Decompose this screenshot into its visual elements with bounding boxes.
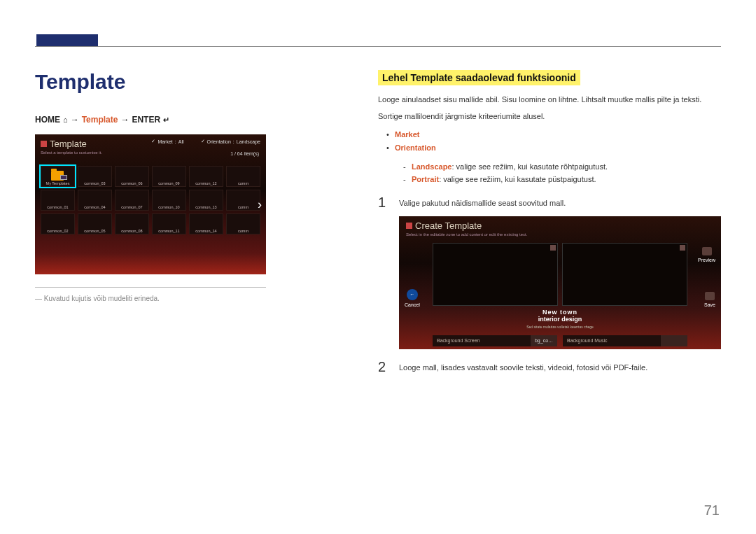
- template-cell[interactable]: common_02: [41, 213, 75, 234]
- template-cell[interactable]: comm: [226, 166, 260, 187]
- step-2: 2 Looge mall, lisades vastavalt soovile …: [378, 359, 721, 375]
- footnote-dash: ―: [35, 295, 42, 302]
- template-cell[interactable]: comm: [226, 190, 260, 211]
- sub-portrait: Portrait: valige see režiim, kui kasutat…: [403, 173, 721, 186]
- home-icon: ⌂: [63, 115, 68, 124]
- check-icon: ✓: [201, 139, 205, 144]
- content-slot-1[interactable]: [433, 243, 558, 306]
- bullet-market: Market: [386, 128, 721, 141]
- caption-line3: Sed sitate molattas volletak kewntas che…: [399, 325, 721, 329]
- preview-icon: [702, 247, 712, 255]
- cell-label: common_05: [78, 229, 111, 233]
- sub-bullet-list: Landscape: valige see režiim, kui kasuta…: [403, 160, 721, 186]
- template-panel: Template Select a template to customise …: [35, 134, 266, 274]
- template-cell[interactable]: common_07: [115, 190, 149, 211]
- template-cell[interactable]: common_11: [152, 213, 186, 234]
- breadcrumb-enter: ENTER: [132, 115, 160, 125]
- footnote-text: Kuvatud kujutis võib mudeliti erineda.: [44, 295, 160, 302]
- cell-label: comm: [227, 229, 260, 233]
- create-panel-title: Create Template: [406, 220, 714, 231]
- top-rule: [35, 46, 721, 47]
- create-panel-subtitle: Select in the editable zone to add conte…: [406, 232, 714, 237]
- right-column: Lehel Template saadaolevad funktsioonid …: [378, 70, 721, 375]
- sub-landscape: Landscape: valige see režiim, kui kasuta…: [403, 160, 721, 174]
- page-title: Template: [35, 70, 273, 94]
- content-slot-2[interactable]: [562, 243, 687, 306]
- intro-text-1: Looge ainulaadset sisu mallide abil. Sis…: [378, 94, 721, 106]
- tab-bg-music-value[interactable]: [661, 335, 687, 346]
- save-button[interactable]: Save: [704, 292, 715, 307]
- cell-label: common_14: [190, 229, 223, 233]
- cell-label: common_07: [115, 205, 148, 209]
- step-1-number: 1: [378, 195, 391, 211]
- caption-block: New town interior design Sed sitate mola…: [399, 309, 721, 329]
- tab-bg-music[interactable]: Background Music: [563, 335, 687, 346]
- template-cell[interactable]: common_08: [115, 213, 149, 234]
- breadcrumb: HOME ⌂ → Template → ENTER ↵: [35, 115, 273, 125]
- sub-portrait-text: : valige see režiim, kui kasutate püstpa…: [439, 175, 596, 183]
- template-cell[interactable]: common_12: [189, 166, 223, 187]
- template-cell[interactable]: comm: [226, 213, 260, 234]
- breadcrumb-arrow-2: →: [120, 115, 129, 125]
- template-cell[interactable]: My Templates: [41, 166, 75, 187]
- left-column: Template HOME ⌂ → Template → ENTER ↵ Tem…: [35, 70, 273, 375]
- panel-menu: ✓Market:All ✓Orientation:Landscape: [151, 139, 260, 144]
- chevron-right-icon[interactable]: ›: [258, 197, 262, 212]
- caption-line1: New town: [399, 309, 721, 316]
- cell-label: common_06: [115, 181, 148, 185]
- thumb-icon: [60, 175, 67, 180]
- step-2-text: Looge mall, lisades vastavalt soovile te…: [399, 359, 648, 375]
- panel-title-icon: [406, 223, 412, 229]
- bullet-orientation: Orientation Landscape: valige see režiim…: [386, 141, 721, 186]
- template-cell[interactable]: common_01: [41, 190, 75, 211]
- cancel-label: Cancel: [405, 302, 420, 307]
- step-2-number: 2: [378, 359, 391, 375]
- tab-bg-screen[interactable]: Background Screen bg_co…: [433, 335, 557, 346]
- cell-label: common_11: [153, 229, 186, 233]
- tab-bg-screen-value[interactable]: bg_co…: [531, 335, 557, 346]
- sub-landscape-key: Landscape: [412, 162, 451, 171]
- sub-portrait-key: Portrait: [412, 175, 439, 183]
- template-cell[interactable]: common_05: [78, 213, 112, 234]
- tab-bg-screen-label: Background Screen: [433, 338, 531, 343]
- template-cell[interactable]: common_06: [115, 166, 149, 187]
- menu-orientation[interactable]: ✓Orientation:Landscape: [201, 139, 260, 144]
- step-1: 1 Valige pakutud näidismallide seast soo…: [378, 195, 721, 211]
- divider: [35, 287, 266, 288]
- sub-landscape-text: : valige see režiim, kui kasutate rõhtpa…: [451, 162, 608, 171]
- save-icon: [705, 292, 715, 300]
- preview-button[interactable]: Preview: [698, 247, 715, 262]
- bullet-list: Market Orientation Landscape: valige see…: [386, 128, 721, 186]
- cell-label: common_02: [41, 229, 74, 233]
- cell-label: common_10: [153, 205, 186, 209]
- menu-market-label: Market: [158, 139, 172, 144]
- tab-bg-music-label: Background Music: [563, 338, 661, 343]
- check-icon: ✓: [151, 139, 155, 144]
- template-cell[interactable]: common_14: [189, 213, 223, 234]
- create-template-panel: Create Template Select in the editable z…: [399, 216, 721, 349]
- bullet-orientation-label: Orientation: [395, 143, 436, 152]
- breadcrumb-home: HOME: [35, 115, 60, 125]
- menu-orient-value: Landscape: [237, 139, 260, 144]
- template-cell[interactable]: common_09: [152, 166, 186, 187]
- cell-label: comm: [227, 205, 260, 209]
- menu-market[interactable]: ✓Market:All: [151, 139, 183, 144]
- cell-label: common_12: [190, 181, 223, 185]
- page-number: 71: [704, 503, 720, 519]
- template-grid: My Templates common_03 common_06 common_…: [41, 166, 260, 234]
- template-cell[interactable]: common_03: [78, 166, 112, 187]
- template-cell[interactable]: common_10: [152, 190, 186, 211]
- cell-label: common_01: [41, 205, 74, 209]
- breadcrumb-arrow-1: →: [71, 115, 79, 125]
- cell-label: common_04: [78, 205, 111, 209]
- step-1-text: Valige pakutud näidismallide seast soovi…: [399, 195, 566, 211]
- intro-text-2: Sortige malliloendit järgmiste kriteeriu…: [378, 111, 721, 123]
- cell-label: common_03: [78, 181, 111, 185]
- panel-subtitle: Select a template to customise it.: [41, 150, 260, 155]
- item-count: 1 / 64 item(s): [230, 151, 259, 156]
- template-cell[interactable]: common_04: [78, 190, 112, 211]
- cancel-button[interactable]: ← Cancel: [405, 289, 420, 307]
- panel-title-icon: [41, 141, 47, 147]
- caption-line2: interior design: [399, 316, 721, 323]
- template-cell[interactable]: common_13: [189, 190, 223, 211]
